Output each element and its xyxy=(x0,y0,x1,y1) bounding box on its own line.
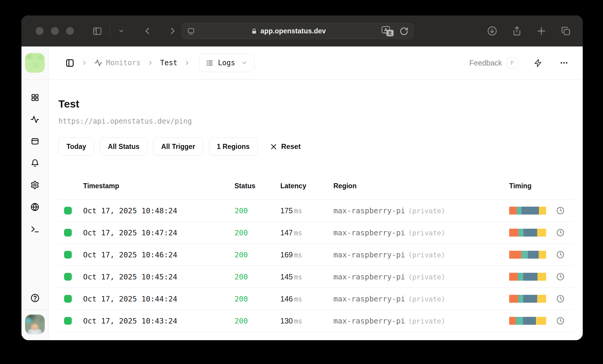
log-row[interactable]: Oct 17, 2025 10:43:24200130msmax-raspber… xyxy=(58,309,574,332)
breadcrumb-monitor-name[interactable]: Test xyxy=(160,59,178,67)
log-row[interactable]: Oct 17, 2025 10:48:24200175msmax-raspber… xyxy=(58,199,574,221)
log-row[interactable]: Oct 17, 2025 10:44:24200146msmax-raspber… xyxy=(58,287,574,309)
timing-segment xyxy=(509,317,516,325)
translate-han-glyph: 文 xyxy=(386,30,394,36)
table-bottom-divider xyxy=(58,332,574,332)
col-status: Status xyxy=(234,182,255,190)
timing-bar xyxy=(509,228,546,237)
sidebar-bottom xyxy=(21,288,48,340)
browser-toolbar: app.openstatus.dev A 文 xyxy=(21,15,583,46)
log-row[interactable]: Oct 17, 2025 10:46:24200169msmax-raspber… xyxy=(58,243,574,265)
address-bar-actions: A 文 xyxy=(382,26,408,36)
minimize-window-button[interactable] xyxy=(51,27,59,35)
status-ok-square xyxy=(64,229,72,237)
timing-segment xyxy=(537,295,546,303)
log-row[interactable]: Oct 17, 2025 10:45:24200145msmax-raspber… xyxy=(58,265,574,287)
row-region: max-raspberry-pi(private) xyxy=(333,206,445,215)
breadcrumb-monitors[interactable]: Monitors xyxy=(94,59,141,67)
filter-regions-button[interactable]: 1 Regions xyxy=(209,137,258,156)
log-table: Timestamp Status Latency Region Timing O… xyxy=(58,180,574,332)
row-timestamp: Oct 17, 2025 10:43:24 xyxy=(83,316,177,325)
sidebar-toggle-icon[interactable] xyxy=(92,26,102,36)
feedback-button[interactable]: Feedback xyxy=(469,59,502,67)
translate-icon[interactable]: A 文 xyxy=(382,26,394,36)
app-sidebar xyxy=(21,46,49,340)
avatar-area xyxy=(21,310,48,340)
feedback-shortcut-badge: F xyxy=(507,57,518,69)
timing-bar xyxy=(509,317,546,325)
dashboard-grid-icon[interactable] xyxy=(31,93,39,102)
timing-segment xyxy=(523,317,536,325)
timing-bar xyxy=(509,295,546,303)
terminal-icon[interactable] xyxy=(30,225,39,234)
notifications-bell-icon[interactable] xyxy=(31,159,39,167)
timing-segment xyxy=(509,273,518,281)
logs-view-select[interactable]: Logs xyxy=(199,54,254,72)
lock-icon xyxy=(251,28,257,35)
status-ok-square xyxy=(64,273,72,281)
downloads-icon[interactable] xyxy=(487,26,498,36)
status-ok-square xyxy=(64,207,72,214)
zoom-window-button[interactable] xyxy=(66,27,74,35)
address-url: app.openstatus.dev xyxy=(260,27,326,35)
panel-toggle-icon[interactable] xyxy=(65,58,74,68)
col-latency: Latency xyxy=(280,182,306,190)
row-status-code: 200 xyxy=(234,294,248,303)
close-window-button[interactable] xyxy=(36,27,43,35)
breadcrumb-monitors-label: Monitors xyxy=(106,59,141,67)
app-main: Monitors Test Logs xyxy=(49,46,583,340)
row-region: max-raspberry-pi(private) xyxy=(333,250,445,259)
row-status-code: 200 xyxy=(234,206,248,215)
filter-period-button[interactable]: Today xyxy=(58,137,94,156)
row-timestamp: Oct 17, 2025 10:47:24 xyxy=(83,228,177,237)
screenshot-stage: app.openstatus.dev A 文 xyxy=(0,0,603,364)
timing-segment xyxy=(523,273,537,281)
monitor-endpoint: https://api.openstatus.dev/ping xyxy=(58,117,583,125)
settings-gear-icon[interactable] xyxy=(30,181,39,189)
address-bar[interactable]: app.openstatus.dev A 文 xyxy=(182,23,414,39)
reload-icon[interactable] xyxy=(400,27,408,36)
monitors-activity-icon[interactable] xyxy=(30,115,39,124)
status-ok-square xyxy=(64,317,72,325)
reset-filters-button[interactable]: Reset xyxy=(270,142,301,151)
tab-group-chevron-icon[interactable] xyxy=(118,28,125,34)
log-rows: Oct 17, 2025 10:48:24200175msmax-raspber… xyxy=(58,199,574,332)
filter-status-button[interactable]: All Status xyxy=(100,137,147,156)
status-ok-square xyxy=(64,251,72,259)
workspace-logo[interactable] xyxy=(25,53,45,73)
row-status-code: 200 xyxy=(234,250,248,259)
logs-select-label: Logs xyxy=(218,59,235,67)
page-menu-icon[interactable] xyxy=(187,27,195,35)
back-icon[interactable] xyxy=(143,27,152,35)
zap-icon[interactable] xyxy=(534,58,543,68)
filter-trigger-button[interactable]: All Trigger xyxy=(153,137,203,156)
header-actions: Feedback F xyxy=(469,57,568,69)
timing-segment xyxy=(521,206,539,214)
log-row[interactable]: Oct 17, 2025 10:47:24200147msmax-raspber… xyxy=(58,221,574,243)
user-avatar[interactable] xyxy=(25,315,45,334)
help-icon[interactable] xyxy=(30,288,40,310)
browser-nav-group xyxy=(92,26,177,36)
clock-icon xyxy=(556,251,565,259)
timing-segment xyxy=(539,206,546,214)
share-icon[interactable] xyxy=(512,26,522,36)
more-menu-icon[interactable] xyxy=(560,58,568,67)
clock-icon xyxy=(556,228,565,237)
forward-icon[interactable] xyxy=(168,27,177,35)
chevron-right-icon xyxy=(184,60,190,66)
timing-segment xyxy=(537,273,546,281)
traffic-lights xyxy=(36,27,74,35)
tab-overview-icon[interactable] xyxy=(561,26,571,36)
new-tab-icon[interactable] xyxy=(536,26,546,36)
timing-segment xyxy=(518,228,523,237)
clock-icon xyxy=(556,295,565,303)
row-timestamp: Oct 17, 2025 10:45:24 xyxy=(83,272,177,281)
status-ok-square xyxy=(64,295,72,303)
globe-icon[interactable] xyxy=(30,203,39,211)
row-status-code: 200 xyxy=(234,228,248,237)
row-region: max-raspberry-pi(private) xyxy=(333,316,445,325)
row-latency: 147ms xyxy=(280,228,302,237)
row-region: max-raspberry-pi(private) xyxy=(333,272,445,281)
chevron-right-icon xyxy=(81,60,88,66)
status-page-icon[interactable] xyxy=(31,137,39,146)
